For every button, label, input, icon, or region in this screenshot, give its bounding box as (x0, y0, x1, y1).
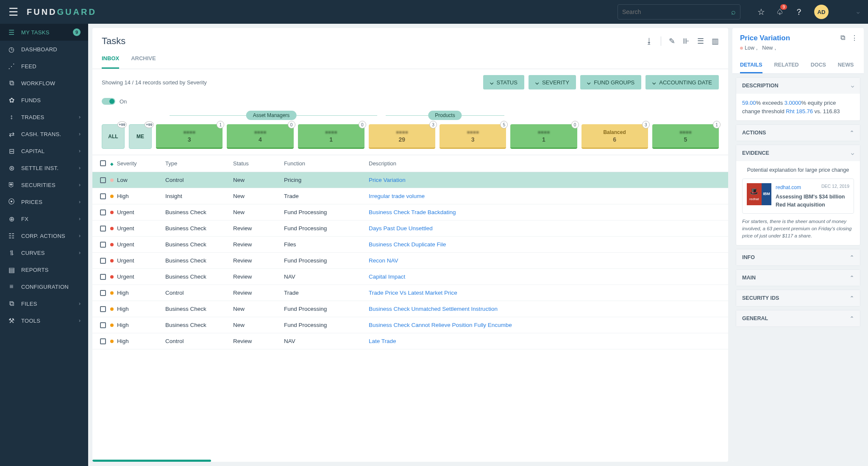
lane-card[interactable]: 3■■■■29 (369, 124, 435, 149)
row-checkbox[interactable] (100, 338, 106, 344)
cell-description[interactable]: Days Past Due Unsettled (369, 225, 719, 232)
sidebar-item-configuration[interactable]: ≡CONFIGURATION (0, 278, 88, 295)
sidebar-item-settle-inst-[interactable]: ⊛SETTLE INST.› (0, 159, 88, 176)
sidebar-item-reports[interactable]: ▤REPORTS (0, 261, 88, 278)
col-type[interactable]: Type (165, 160, 233, 167)
row-checkbox[interactable] (100, 177, 106, 183)
col-description[interactable]: Description (369, 160, 719, 167)
sidebar-item-funds[interactable]: ✿FUNDS (0, 92, 88, 109)
table-row[interactable]: LowControlNewPricingPrice Variation (92, 172, 728, 188)
detail-tab-news[interactable]: NEWS (838, 58, 854, 73)
edit-icon[interactable]: ✎ (669, 36, 675, 46)
lane-card[interactable]: 0■■■■1 (510, 124, 577, 149)
section-header[interactable]: MAIN⌃ (736, 270, 860, 286)
cell-description[interactable]: Business Check Cannot Relieve Position F… (369, 322, 719, 328)
section-header[interactable]: INFO⌃ (736, 249, 860, 265)
search-icon[interactable]: ⌕ (731, 8, 736, 17)
sidebar-item-workflow[interactable]: ⧉WORKFLOW (0, 75, 88, 92)
row-checkbox[interactable] (100, 274, 106, 280)
row-checkbox[interactable] (100, 306, 106, 312)
filter-severity[interactable]: SEVERITY (529, 75, 576, 89)
cell-description[interactable]: Price Variation (369, 177, 719, 183)
lane-card[interactable]: 5■■■■3 (440, 124, 506, 149)
filter-fund-groups[interactable]: FUND GROUPS (580, 75, 641, 89)
filter-accounting-date[interactable]: ACCOUNTING DATE (645, 75, 719, 89)
search-input[interactable] (622, 8, 731, 15)
list-view-icon[interactable]: ☰ (697, 36, 704, 46)
star-icon[interactable]: ☆ (757, 7, 765, 17)
horizontal-scrollbar[interactable] (92, 460, 211, 462)
table-row[interactable]: UrgentBusiness CheckReviewNAVCapital Imp… (92, 269, 728, 285)
col-severity[interactable]: ◆ Severity (110, 160, 165, 167)
section-header[interactable]: EVIDENCE⌵ (736, 145, 860, 161)
table-row[interactable]: HighControlReviewTradeTrade Price Vs Lat… (92, 285, 728, 301)
sidebar-item-curves[interactable]: ⥮CURVES› (0, 244, 88, 261)
sidebar-item-tools[interactable]: ⚒TOOLS› (0, 312, 88, 329)
section-header[interactable]: ACTIONS⌃ (736, 125, 860, 141)
section-header[interactable]: SECURITY IDS⌃ (736, 290, 860, 306)
download-icon[interactable]: ⭳ (645, 37, 653, 46)
sidebar-item-feed[interactable]: ⋰FEED (0, 58, 88, 75)
cell-description[interactable]: Capital Impact (369, 273, 719, 280)
avatar[interactable]: AD (814, 5, 829, 19)
sidebar-item-my-tasks[interactable]: ☰MY TASKS9 (0, 24, 88, 41)
table-row[interactable]: UrgentBusiness CheckReviewFund Processin… (92, 253, 728, 269)
sidebar-item-trades[interactable]: ↕TRADES› (0, 109, 88, 126)
lane-card[interactable]: 0■■■■4 (227, 124, 293, 149)
evidence-card[interactable]: redhat IBM redhat.com DEC 12, 2019 Asses… (742, 179, 854, 214)
table-row[interactable]: UrgentBusiness CheckNewFund ProcessingBu… (92, 204, 728, 220)
section-header[interactable]: DESCRIPTION⌵ (736, 78, 860, 94)
sidebar-item-dashboard[interactable]: ◷DASHBOARD (0, 41, 88, 58)
tab-archive[interactable]: ARCHIVE (131, 51, 156, 69)
lane-quick-me[interactable]: ME+99 (129, 124, 152, 149)
row-checkbox[interactable] (100, 290, 106, 296)
more-icon[interactable]: ⋮ (851, 34, 858, 42)
col-status[interactable]: Status (233, 160, 284, 167)
cell-description[interactable]: Irregular trade volume (369, 193, 719, 199)
table-row[interactable]: HighBusiness CheckNewFund ProcessingBusi… (92, 317, 728, 333)
lane-card[interactable]: 1■■■■3 (156, 124, 223, 149)
col-function[interactable]: Function (284, 160, 369, 167)
detail-tab-related[interactable]: RELATED (774, 58, 799, 73)
sidebar-item-fx[interactable]: ⊕FX› (0, 210, 88, 227)
tab-inbox[interactable]: INBOX (102, 51, 119, 69)
table-row[interactable]: UrgentBusiness CheckReviewFilesBusiness … (92, 237, 728, 253)
cell-description[interactable]: Business Check Unmatched Settlement Inst… (369, 306, 719, 312)
row-checkbox[interactable] (100, 322, 106, 328)
cell-description[interactable]: Recon NAV (369, 257, 719, 264)
filter-status[interactable]: STATUS (483, 75, 524, 89)
table-row[interactable]: HighInsightNewTradeIrregular trade volum… (92, 188, 728, 204)
cell-description[interactable]: Business Check Trade Backdating (369, 209, 719, 215)
sidebar-item-corp-actions[interactable]: ☷CORP. ACTIONS› (0, 227, 88, 244)
lane-card[interactable]: 1■■■■5 (652, 124, 719, 149)
row-checkbox[interactable] (100, 209, 106, 215)
menu-toggle-icon[interactable]: ☰ (8, 6, 18, 19)
table-row[interactable]: HighBusiness CheckNewFund ProcessingBusi… (92, 301, 728, 317)
sidebar-item-files[interactable]: ⧉FILES› (0, 295, 88, 312)
bell-icon[interactable]: ♤9 (776, 7, 784, 17)
cell-description[interactable]: Business Check Duplicate File (369, 241, 719, 248)
view-toggle[interactable] (102, 98, 115, 105)
chart-view-icon[interactable]: ⊪ (683, 36, 690, 46)
detail-tab-docs[interactable]: DOCS (811, 58, 826, 73)
sidebar-item-securities[interactable]: ⛨SECURITIES› (0, 176, 88, 193)
sidebar-item-prices[interactable]: ⦿PRICES› (0, 193, 88, 210)
sidebar-item-capital[interactable]: ⊟CAPITAL› (0, 142, 88, 159)
sidebar-item-cash-trans-[interactable]: ⇄CASH. TRANS.› (0, 126, 88, 142)
table-row[interactable]: HighControlReviewNAVLate Trade (92, 333, 728, 349)
help-icon[interactable]: ？ (795, 6, 803, 18)
column-view-icon[interactable]: ▥ (712, 36, 719, 46)
search-box[interactable]: ⌕ (618, 4, 740, 20)
open-external-icon[interactable]: ⧉ (840, 34, 845, 42)
lane-card[interactable]: 3Balanced6 (581, 124, 648, 149)
select-all-checkbox[interactable] (100, 160, 106, 166)
lane-quick-all[interactable]: ALL+99 (102, 124, 125, 149)
cell-description[interactable]: Trade Price Vs Latest Market Price (369, 290, 719, 296)
profile-dropdown-icon[interactable]: ⌵ (857, 9, 860, 15)
section-header[interactable]: GENERAL⌃ (736, 310, 860, 326)
row-checkbox[interactable] (100, 242, 106, 248)
row-checkbox[interactable] (100, 226, 106, 232)
row-checkbox[interactable] (100, 193, 106, 199)
cell-description[interactable]: Late Trade (369, 338, 719, 344)
row-checkbox[interactable] (100, 258, 106, 264)
